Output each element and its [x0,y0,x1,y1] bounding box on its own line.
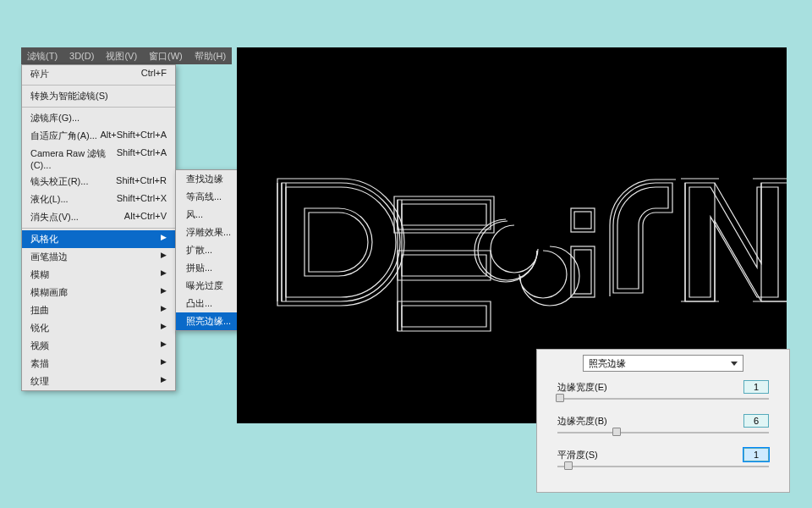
menu-item[interactable]: 消失点(V)...Alt+Ctrl+V [22,208,175,226]
filter-menu: 碎片Ctrl+F转换为智能滤镜(S)滤镜库(G)...自适应广角(A)...Al… [21,64,176,391]
menu-item[interactable]: 风格化▶ [22,230,175,248]
menu-item[interactable]: 扭曲▶ [22,301,175,319]
param-label: 平滑度(S) [557,449,598,461]
menubar-item[interactable]: 3D(D) [63,47,100,64]
menu-item[interactable]: 碎片Ctrl+F [22,65,175,83]
svg-rect-1 [574,212,591,229]
menu-item[interactable]: 纹理▶ [22,373,175,390]
param-value-input[interactable]: 1 [743,448,769,461]
menu-item[interactable]: 模糊画廊▶ [22,284,175,301]
menubar: 滤镜(T)3D(D)视图(V)窗口(W)帮助(H) [21,47,232,64]
slider-thumb[interactable] [564,461,573,470]
submenu-arrow-icon: ▶ [161,340,167,352]
menu-item[interactable]: 视频▶ [22,337,175,355]
param-slider[interactable] [557,463,769,473]
menubar-item[interactable]: 滤镜(T) [21,47,63,64]
slider-thumb[interactable] [556,394,564,402]
submenu-arrow-icon: ▶ [161,233,167,246]
menu-item[interactable]: 锐化▶ [22,319,175,337]
submenu-arrow-icon: ▶ [161,322,167,334]
menu-item[interactable]: 素描▶ [22,355,175,373]
submenu-arrow-icon: ▶ [161,268,167,281]
menubar-item[interactable]: 帮助(H) [189,47,232,64]
submenu-arrow-icon: ▶ [161,304,167,317]
param-label: 边缘亮度(B) [557,415,607,428]
submenu-arrow-icon: ▶ [161,251,167,263]
menu-item[interactable]: 自适应广角(A)...Alt+Shift+Ctrl+A [22,127,175,145]
slider-thumb[interactable] [612,428,621,436]
dropdown-label: 照亮边缘 [589,357,626,370]
menu-item[interactable]: 镜头校正(R)...Shift+Ctrl+R [22,173,175,190]
menu-item[interactable]: 液化(L)...Shift+Ctrl+X [22,190,175,208]
submenu-arrow-icon: ▶ [161,286,167,299]
chevron-down-icon [731,362,738,366]
effect-dropdown[interactable]: 照亮边缘 [583,355,743,372]
menu-item[interactable]: 滤镜库(G)... [22,109,175,127]
param-value-input[interactable]: 1 [743,380,769,394]
menubar-item[interactable]: 窗口(W) [143,47,189,64]
param-label: 边缘宽度(E) [557,381,607,394]
menu-item[interactable]: 画笔描边▶ [22,248,175,266]
submenu-arrow-icon: ▶ [161,375,167,388]
submenu-arrow-icon: ▶ [161,357,167,370]
menu-item[interactable]: Camera Raw 滤镜(C)...Shift+Ctrl+A [22,145,175,173]
glowing-edges-panel: 照亮边缘 边缘宽度(E)1边缘亮度(B)6平滑度(S)1 [536,349,790,493]
param-value-input[interactable]: 6 [743,414,769,428]
menubar-item[interactable]: 视图(V) [100,47,143,64]
param-slider[interactable] [557,429,769,439]
menu-item[interactable]: 转换为智能滤镜(S) [22,87,175,105]
menu-item[interactable]: 模糊▶ [22,266,175,284]
param-slider[interactable] [557,395,769,406]
